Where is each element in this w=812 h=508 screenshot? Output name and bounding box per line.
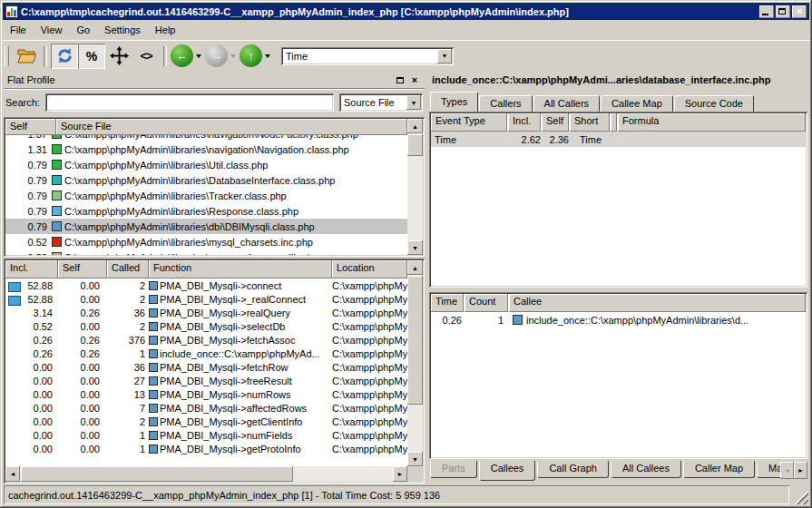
scroll-up-button[interactable]: ▲ [407, 119, 423, 133]
function-row[interactable]: 0.52 0.00 2 PMA_DBI_Mysqli->selectDb C:\… [5, 319, 407, 333]
column-header-event-type[interactable]: Event Type [431, 113, 507, 132]
close-button[interactable]: × [792, 5, 807, 18]
tab-types[interactable]: Types [430, 92, 478, 112]
up-dropdown[interactable] [265, 54, 270, 61]
cycle-detection-button[interactable]: <> [132, 44, 160, 69]
reload-button[interactable] [51, 44, 78, 69]
scroll-up-button[interactable]: ▲ [407, 260, 423, 275]
menu-go[interactable]: Go [69, 22, 97, 38]
scrollbar-corner [407, 466, 423, 482]
function-row[interactable]: 0.00 0.00 1 PMA_DBI_Mysqli->getProtoInfo… [5, 442, 407, 455]
file-row[interactable]: 0.52 C:\xampp\phpMyAdmin\libraries\mysql… [5, 234, 407, 249]
function-icon [149, 376, 158, 386]
menu-file[interactable]: File [3, 22, 34, 38]
file-row[interactable]: 0.79 C:\xampp\phpMyAdmin\libraries\Respo… [5, 203, 407, 219]
function-row[interactable]: 0.00 0.00 27 PMA_DBI_Mysqli->freeResult … [5, 374, 407, 387]
tab-callee-map[interactable]: Callee Map [601, 95, 673, 112]
function-row[interactable]: 0.00 0.00 2 PMA_DBI_Mysqli->getClientInf… [5, 415, 407, 428]
tab-scroll-left-button[interactable]: ◄ [780, 462, 794, 479]
minimize-button[interactable] [759, 5, 774, 18]
tab-callers[interactable]: Callers [479, 95, 532, 112]
scroll-right-button[interactable]: ► [393, 466, 407, 482]
close-icon: × [412, 75, 417, 85]
vertical-scrollbar[interactable]: ▲ ▼ [407, 119, 423, 255]
file-row-selected[interactable]: 0.79 C:\xampp\phpMyAdmin\libraries\dbi\D… [5, 219, 407, 234]
function-row[interactable]: 0.26 0.26 376 PMA_DBI_Mysqli->fetchAssoc… [5, 333, 407, 347]
tab-all-callers[interactable]: All Callers [533, 95, 601, 112]
function-row[interactable]: 0.00 0.00 7 PMA_DBI_Mysqli->affectedRows… [5, 401, 407, 415]
function-row[interactable]: 52.88 0.00 2 PMA_DBI_Mysqli->_realConnec… [5, 292, 407, 306]
scrollbar-thumb[interactable] [407, 134, 423, 156]
tab-call-graph[interactable]: Call Graph [537, 461, 609, 478]
tab-scroll-right-button[interactable]: ► [794, 462, 807, 479]
column-header-time[interactable]: Time [431, 294, 464, 312]
dock-close-button[interactable]: × [408, 74, 421, 86]
file-row[interactable]: 0.79 C:\xampp\phpMyAdmin\libraries\Datab… [5, 172, 407, 188]
dock-float-button[interactable] [394, 74, 406, 86]
forward-arrow-icon: → [210, 50, 222, 62]
column-header-callee[interactable]: Callee [509, 294, 806, 312]
event-type-row-selected[interactable]: Time 2.62 2.36 Time [431, 132, 806, 147]
group-by-selector[interactable]: Source File ▼ [339, 93, 423, 112]
maximize-button[interactable] [776, 5, 790, 18]
file-row[interactable]: 1.31 C:\xampp\phpMyAdmin\libraries\navig… [5, 142, 407, 157]
file-row[interactable]: 0.79 C:\xampp\phpMyAdmin\libraries\Util.… [5, 157, 407, 172]
function-row[interactable]: 0.00 0.00 36 PMA_DBI_Mysqli->fetchRow C:… [5, 360, 407, 374]
menu-view[interactable]: View [34, 22, 70, 38]
function-row[interactable]: 0.26 0.26 1 include_once::C:\xampp\phpMy… [5, 347, 407, 360]
callee-row[interactable]: 0.26 1 include_once::C:\xampp\phpMyAdmin… [431, 312, 806, 327]
file-row[interactable]: 0.79 C:\xampp\phpMyAdmin\libraries\Track… [5, 188, 407, 203]
forward-button[interactable]: → [205, 44, 228, 67]
tab-callees[interactable]: Callees [479, 461, 536, 481]
tab-source-code[interactable]: Source Code [674, 95, 754, 112]
file-row[interactable]: 0.52 C:\xampp\phpMyAdmin\libraries\user_… [5, 249, 407, 255]
column-header-self[interactable]: Self [542, 113, 569, 132]
column-header-location[interactable]: Location [332, 260, 407, 278]
column-header-incl[interactable]: Incl. [5, 260, 58, 278]
back-dropdown[interactable] [196, 54, 201, 61]
up-button[interactable]: ↑ [240, 44, 262, 67]
up-arrow-icon: ↑ [248, 50, 254, 62]
combo-dropdown-button[interactable]: ▼ [437, 49, 452, 64]
file-row[interactable]: 1.37 C:\xampp\phpMyAdmin\libraries\navig… [5, 135, 407, 142]
menu-help[interactable]: Help [148, 22, 183, 38]
forward-dropdown[interactable] [230, 54, 236, 61]
column-header-function[interactable]: Function [149, 260, 332, 278]
function-row[interactable]: 52.88 0.00 2 PMA_DBI_Mysqli->connect C:\… [5, 278, 407, 292]
function-row[interactable]: 0.00 0.00 1 PMA_DBI_Mysqli->numFields C:… [5, 428, 407, 442]
resize-grip[interactable] [794, 490, 808, 504]
scrollbar-thumb[interactable] [21, 466, 293, 482]
combo-dropdown-button[interactable]: ▼ [406, 95, 421, 110]
toolbar-separator [44, 46, 47, 66]
horizontal-scrollbar[interactable]: ◄ ► [5, 466, 407, 482]
menu-settings[interactable]: Settings [97, 22, 148, 38]
open-file-button[interactable] [13, 44, 40, 69]
relative-percent-toggle[interactable]: % [78, 44, 105, 69]
app-icon[interactable] [5, 5, 18, 18]
event-type-selector[interactable]: Time ▼ [281, 47, 454, 65]
column-header-called[interactable]: Called [107, 260, 149, 278]
column-header-short[interactable]: Short [570, 113, 610, 132]
scroll-down-button[interactable]: ▼ [407, 452, 423, 466]
function-row[interactable]: 0.00 0.00 13 PMA_DBI_Mysqli->numRows C:\… [5, 387, 407, 401]
column-header-self[interactable]: Self [58, 260, 107, 278]
search-input[interactable] [45, 93, 334, 112]
scroll-down-button[interactable]: ▼ [407, 240, 423, 255]
scroll-left-button[interactable]: ◄ [5, 466, 20, 482]
tab-caller-map[interactable]: Caller Map [683, 461, 755, 478]
column-header-self[interactable]: Self [5, 119, 56, 135]
function-row[interactable]: 3.14 0.26 36 PMA_DBI_Mysqli->realQuery C… [5, 306, 407, 319]
expand-areas-button[interactable] [105, 44, 132, 69]
toolbar-handle[interactable] [5, 46, 9, 66]
up-arrow-icon: ▲ [412, 265, 418, 271]
column-header-incl[interactable]: Incl. [508, 113, 541, 132]
column-header-count[interactable]: Count [465, 294, 508, 312]
scrollbar-thumb[interactable] [407, 276, 423, 405]
column-header-formula[interactable]: Formula [618, 113, 806, 132]
tab-all-callees[interactable]: All Callees [611, 461, 681, 478]
column-header-source-file[interactable]: Source File [56, 119, 407, 135]
cost-color-icon [52, 135, 62, 139]
back-button[interactable]: ← [171, 44, 193, 67]
function-icon [149, 281, 158, 290]
vertical-scrollbar[interactable]: ▲ ▼ [407, 260, 423, 466]
